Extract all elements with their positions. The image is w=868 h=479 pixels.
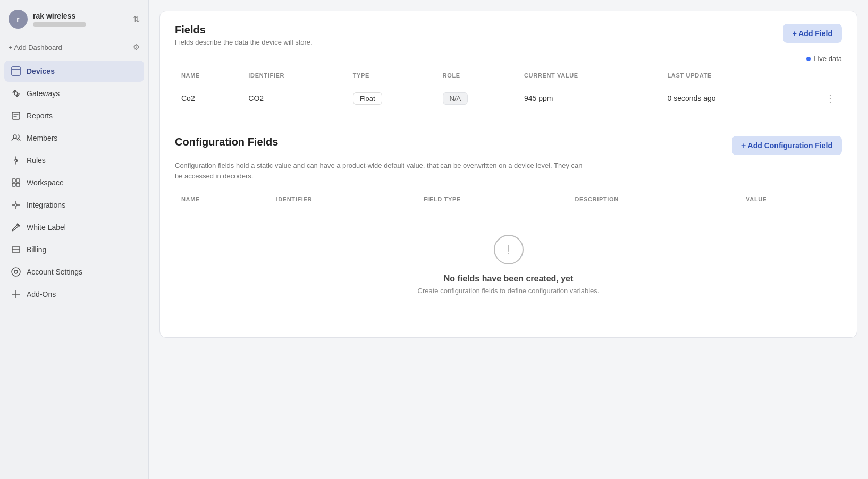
sidebar-item-label-add-ons: Add-Ons (27, 290, 56, 298)
fields-table-wrapper: NAMEIDENTIFIERTYPEROLECURRENT VALUELAST … (160, 67, 857, 123)
integrations-icon (11, 200, 21, 210)
fields-col-current-value: CURRENT VALUE (518, 67, 661, 84)
config-col-name: NAME (175, 191, 269, 208)
sidebar-item-reports[interactable]: Reports (4, 105, 144, 126)
live-dot-icon (806, 57, 811, 61)
fields-col-menu (792, 67, 842, 84)
svg-point-10 (14, 270, 18, 273)
sidebar: r rak wireless ⇅ + Add Dashboard ⚙ Devic… (0, 0, 149, 479)
fields-title: Fields (175, 24, 313, 36)
svg-rect-0 (12, 67, 20, 75)
config-table: NAMEIDENTIFIERFIELD TYPEDESCRIPTIONVALUE (175, 191, 842, 208)
chevron-icon[interactable]: ⇅ (133, 14, 140, 24)
sidebar-item-label-rules: Rules (27, 156, 46, 165)
fields-title-group: Fields Fields describe the data the devi… (175, 24, 313, 46)
live-data-row: Live data (160, 53, 857, 67)
fields-table: NAMEIDENTIFIERTYPEROLECURRENT VALUELAST … (175, 67, 842, 112)
field-current-value: 945 ppm (518, 84, 661, 113)
sidebar-nav: DevicesGatewaysReportsMembersRulesWorksp… (0, 58, 148, 479)
sidebar-item-billing[interactable]: Billing (4, 239, 144, 260)
field-role: N/A (436, 84, 518, 113)
add-ons-icon (11, 289, 21, 300)
table-row: Co2CO2FloatN/A945 ppm0 seconds ago⋮ (175, 84, 842, 113)
fields-table-header-row: NAMEIDENTIFIERTYPEROLECURRENT VALUELAST … (175, 67, 842, 84)
config-col-description: DESCRIPTION (568, 191, 739, 208)
sidebar-item-label-devices: Devices (27, 67, 55, 75)
svg-rect-8 (16, 183, 20, 186)
sidebar-header: r rak wireless ⇅ (0, 0, 148, 38)
fields-col-type: TYPE (347, 67, 436, 84)
live-data-label: Live data (814, 55, 842, 63)
gear-icon[interactable]: ⚙ (133, 42, 140, 52)
config-col-field-type: FIELD TYPE (417, 191, 569, 208)
fields-col-identifier: IDENTIFIER (242, 67, 346, 84)
config-title: Configuration Fields (175, 136, 278, 148)
account-settings-icon (11, 267, 21, 277)
config-col-value: VALUE (739, 191, 842, 208)
field-identifier: CO2 (242, 84, 346, 113)
field-name: Co2 (175, 84, 242, 113)
sidebar-item-integrations[interactable]: Integrations (4, 194, 144, 216)
content-card: Fields Fields describe the data the devi… (159, 11, 857, 338)
svg-rect-7 (12, 183, 15, 186)
gateways-icon (11, 88, 21, 99)
username-sub (33, 22, 86, 27)
white-label-icon (11, 222, 21, 233)
reports-icon (11, 110, 21, 121)
config-table-wrapper: NAMEIDENTIFIERFIELD TYPEDESCRIPTIONVALUE… (175, 191, 842, 337)
sidebar-item-rules[interactable]: Rules (4, 150, 144, 171)
fields-section-header: Fields Fields describe the data the devi… (160, 11, 857, 53)
svg-point-1 (14, 92, 18, 95)
field-last-update: 0 seconds ago (661, 84, 791, 113)
sidebar-item-workspace[interactable]: Workspace (4, 172, 144, 193)
field-row-menu[interactable]: ⋮ (792, 84, 842, 113)
config-header: Configuration Fields + Add Configuration… (175, 136, 842, 155)
empty-state-title: No fields have been created, yet (444, 274, 574, 284)
svg-rect-5 (12, 179, 15, 182)
config-col-identifier: IDENTIFIER (269, 191, 417, 208)
empty-icon: ! (494, 235, 524, 264)
sidebar-item-white-label[interactable]: White Label (4, 217, 144, 238)
sidebar-item-account-settings[interactable]: Account Settings (4, 261, 144, 283)
workspace-icon (11, 177, 21, 188)
sidebar-item-label-integrations: Integrations (27, 201, 65, 209)
sidebar-item-label-account-settings: Account Settings (27, 268, 82, 276)
rules-icon (11, 155, 21, 166)
svg-point-9 (15, 204, 17, 206)
add-field-button[interactable]: + Add Field (783, 24, 842, 43)
field-role-badge: N/A (443, 92, 468, 105)
sidebar-item-label-members: Members (27, 134, 57, 142)
avatar: r (9, 10, 28, 29)
svg-point-3 (13, 135, 16, 138)
config-section: Configuration Fields + Add Configuration… (160, 123, 857, 337)
fields-col-last-update: LAST UPDATE (661, 67, 791, 84)
fields-col-role: ROLE (436, 67, 518, 84)
sidebar-item-members[interactable]: Members (4, 127, 144, 149)
sidebar-item-label-workspace: Workspace (27, 178, 64, 187)
sidebar-item-label-gateways: Gateways (27, 89, 60, 98)
sidebar-item-gateways[interactable]: Gateways (4, 83, 144, 104)
devices-icon (11, 66, 21, 76)
svg-rect-2 (12, 112, 20, 119)
svg-rect-6 (16, 179, 20, 182)
add-dashboard-button[interactable]: + Add Dashboard (9, 44, 62, 52)
empty-state-subtitle: Create configuration fields to define co… (418, 287, 600, 295)
fields-col-name: NAME (175, 67, 242, 84)
members-icon (11, 133, 21, 143)
sidebar-item-add-ons[interactable]: Add-Ons (4, 284, 144, 305)
svg-point-4 (15, 159, 17, 161)
config-table-header-row: NAMEIDENTIFIERFIELD TYPEDESCRIPTIONVALUE (175, 191, 842, 208)
ellipsis-icon[interactable]: ⋮ (825, 92, 836, 105)
fields-subtitle: Fields describe the data the device will… (175, 38, 313, 46)
user-info: rak wireless (33, 12, 128, 27)
field-type: Float (347, 84, 436, 113)
add-dashboard-row: + Add Dashboard ⚙ (0, 38, 148, 58)
billing-icon (11, 244, 21, 255)
username: rak wireless (33, 12, 128, 20)
config-description: Configuration fields hold a static value… (175, 160, 589, 181)
add-config-field-button[interactable]: + Add Configuration Field (732, 136, 842, 155)
empty-state: ! No fields have been created, yet Creat… (175, 208, 842, 327)
sidebar-item-label-white-label: White Label (27, 223, 66, 232)
sidebar-item-label-reports: Reports (27, 112, 53, 120)
sidebar-item-devices[interactable]: Devices (4, 61, 144, 82)
